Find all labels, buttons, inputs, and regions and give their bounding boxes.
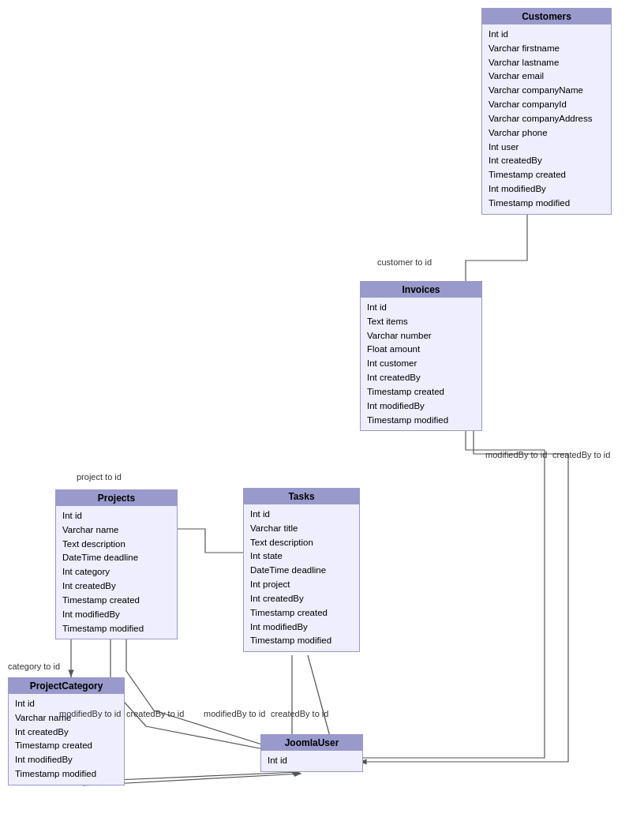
relation-label-category-to-id: category to id [8, 662, 60, 671]
entity-joomlauser-body: Int id [261, 751, 362, 771]
entity-joomlauser-header: JoomlaUser [261, 735, 362, 751]
field: Varchar companyAddress [489, 112, 605, 126]
field: Int createdBy [250, 592, 353, 606]
field: Timestamp modified [62, 622, 170, 636]
entity-customers: Customers Int id Varchar firstname Varch… [481, 8, 612, 215]
field: DateTime deadline [250, 564, 353, 578]
field: Int id [268, 754, 356, 768]
entity-projects-body: Int id Varchar name Text description Dat… [56, 506, 177, 639]
field: Varchar title [250, 522, 353, 536]
field: Varchar lastname [489, 56, 605, 70]
field: Timestamp created [250, 606, 353, 620]
field: Timestamp created [62, 594, 170, 608]
field: Int user [489, 141, 605, 155]
entity-invoices-body: Int id Text items Varchar number Float a… [361, 298, 481, 430]
field: Int project [250, 578, 353, 592]
entity-invoices-header: Invoices [361, 282, 481, 298]
relation-label-createdby-invoices: createdBy to id [552, 450, 610, 459]
field: Varchar companyId [489, 98, 605, 112]
field: Text description [250, 536, 353, 550]
field: Int category [62, 565, 170, 579]
entity-projectcategory-title: ProjectCategory [30, 680, 103, 692]
entity-invoices-title: Invoices [402, 284, 440, 295]
entity-invoices: Invoices Int id Text items Varchar numbe… [360, 281, 482, 431]
field: Float amount [367, 343, 475, 357]
entity-projectcategory-header: ProjectCategory [9, 678, 124, 694]
entity-projectcategory-body: Int id Varchar name Int createdBy Timest… [9, 694, 124, 785]
field: Int createdBy [62, 579, 170, 594]
entity-customers-body: Int id Varchar firstname Varchar lastnam… [482, 24, 611, 214]
field: Text items [367, 315, 475, 329]
field: Int id [367, 301, 475, 315]
entity-projectcategory: ProjectCategory Int id Varchar name Int … [8, 677, 125, 785]
field: Int modifiedBy [489, 182, 605, 197]
relation-label-modifiedby-invoices: modifiedBy to id [485, 450, 547, 459]
entity-customers-title: Customers [522, 11, 571, 22]
relation-label-createdby-projects: createdBy to id [126, 709, 184, 718]
entity-tasks-header: Tasks [244, 489, 359, 504]
entity-tasks: Tasks Int id Varchar title Text descript… [243, 488, 360, 652]
relation-label-createdby-tasks: createdBy to id [271, 709, 328, 718]
field: Int modifiedBy [250, 620, 353, 635]
entity-customers-header: Customers [482, 9, 611, 24]
field: Varchar companyName [489, 84, 605, 98]
field: Int modifiedBy [367, 399, 475, 414]
field: Int state [250, 549, 353, 564]
field: Timestamp created [15, 739, 118, 753]
field: Timestamp modified [367, 414, 475, 428]
field: Varchar name [62, 523, 170, 538]
field: Int id [62, 509, 170, 523]
field: Int createdBy [489, 154, 605, 168]
field: Timestamp created [489, 168, 605, 182]
relation-label-modifiedby-projects: modifiedBy to id [59, 709, 121, 718]
entity-tasks-title: Tasks [288, 491, 314, 502]
field: Timestamp modified [15, 767, 118, 782]
entity-projects-header: Projects [56, 490, 177, 506]
entity-projects-title: Projects [98, 493, 135, 504]
relation-label-customer-to-id: customer to id [377, 257, 432, 267]
entity-projects: Projects Int id Varchar name Text descri… [55, 489, 178, 639]
relation-label-modifiedby-tasks: modifiedBy to id [204, 709, 265, 718]
entity-tasks-body: Int id Varchar title Text description In… [244, 504, 359, 651]
field: Int id [250, 508, 353, 522]
field: Timestamp modified [250, 634, 353, 648]
field: DateTime deadline [62, 551, 170, 565]
field: Varchar number [367, 329, 475, 343]
field: Varchar email [489, 69, 605, 84]
field: Timestamp modified [489, 197, 605, 211]
field: Timestamp created [367, 385, 475, 399]
field: Varchar phone [489, 126, 605, 141]
diagram-container: Customers Int id Varchar firstname Varch… [0, 0, 644, 836]
entity-joomlauser-title: JoomlaUser [285, 737, 339, 748]
field: Int createdBy [15, 725, 118, 740]
field: Int createdBy [367, 371, 475, 385]
field: Int customer [367, 357, 475, 371]
entity-joomlauser: JoomlaUser Int id [260, 734, 363, 772]
relation-label-project-to-id: project to id [77, 472, 122, 482]
field: Int id [489, 28, 605, 42]
field: Varchar firstname [489, 42, 605, 56]
field: Int modifiedBy [15, 753, 118, 767]
field: Text description [62, 538, 170, 552]
field: Int modifiedBy [62, 608, 170, 622]
